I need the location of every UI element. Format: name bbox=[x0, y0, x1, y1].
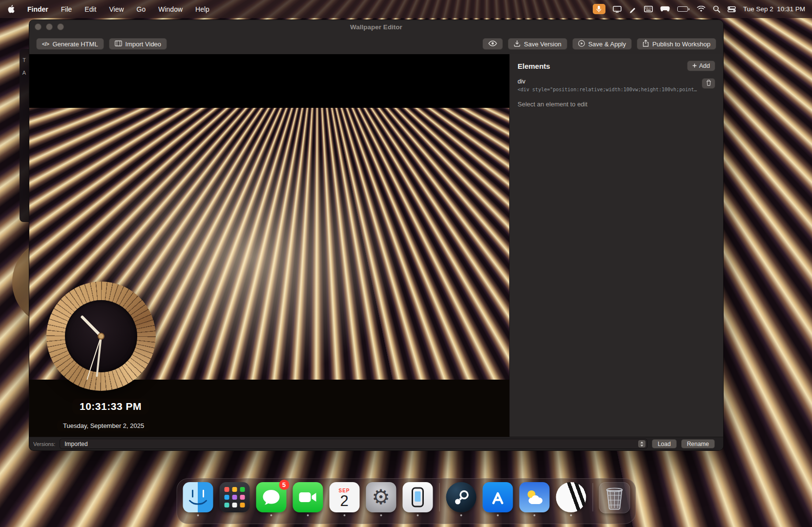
select-chevrons-icon bbox=[638, 440, 645, 447]
display-icon[interactable] bbox=[613, 6, 622, 13]
dock-item-launchpad[interactable] bbox=[219, 482, 250, 516]
dock-item-finder[interactable] bbox=[183, 482, 213, 516]
load-button[interactable]: Load bbox=[652, 439, 677, 448]
running-indicator bbox=[380, 514, 382, 516]
toolbar: </> Generate HTML Import Video Save Vers… bbox=[29, 34, 723, 54]
running-indicator bbox=[270, 514, 272, 516]
search-icon[interactable] bbox=[713, 5, 720, 13]
dock-item-iphone-mirroring[interactable] bbox=[402, 482, 433, 516]
weather-icon bbox=[519, 482, 549, 512]
panel-hint: Select an element to edit bbox=[518, 101, 715, 108]
background-window-edge: T A bbox=[20, 49, 29, 222]
code-icon: </> bbox=[42, 41, 49, 47]
running-indicator bbox=[570, 514, 572, 516]
keyboard-icon[interactable] bbox=[644, 6, 653, 12]
microphone-status-icon[interactable] bbox=[593, 4, 605, 14]
menubar-clock[interactable]: Tue Sep 2 10:31 PM bbox=[743, 5, 805, 13]
facetime-icon bbox=[292, 482, 323, 512]
generate-html-button[interactable]: </> Generate HTML bbox=[36, 38, 104, 50]
rename-button[interactable]: Rename bbox=[681, 439, 715, 448]
add-element-button[interactable]: Add bbox=[687, 61, 715, 71]
dock-item-trash[interactable] bbox=[599, 482, 629, 517]
dock-item-app-store[interactable] bbox=[482, 482, 513, 516]
game-controller-icon[interactable] bbox=[660, 6, 670, 12]
save-version-button[interactable]: Save Version bbox=[508, 38, 567, 50]
menu-window[interactable]: Window bbox=[158, 5, 183, 13]
wifi-icon[interactable] bbox=[697, 6, 706, 12]
menu-go[interactable]: Go bbox=[137, 5, 146, 13]
publish-workshop-button[interactable]: Publish to Workshop bbox=[637, 38, 716, 50]
element-list-item[interactable]: div <div style="position:relative;width:… bbox=[518, 78, 715, 93]
play-circle-icon bbox=[578, 40, 585, 48]
running-indicator bbox=[416, 514, 418, 516]
dock-item-settings[interactable]: ⚙ bbox=[366, 482, 396, 516]
background-window-letter: T bbox=[20, 54, 29, 66]
running-indicator bbox=[197, 514, 199, 516]
running-indicator bbox=[307, 514, 309, 516]
plus-icon bbox=[692, 62, 697, 69]
messages-badge: 5 bbox=[279, 480, 289, 490]
menu-view[interactable]: View bbox=[109, 5, 124, 13]
versions-selected-value: Imported bbox=[64, 441, 87, 447]
versions-label: Versions: bbox=[33, 441, 55, 447]
eye-icon bbox=[488, 41, 497, 48]
menu-help[interactable]: Help bbox=[195, 5, 209, 13]
wallpaper-editor-window: Wallpaper Editor </> Generate HTML Impor… bbox=[29, 20, 724, 451]
trash-basket-icon bbox=[599, 482, 630, 513]
element-code-snippet: <div style="position:relative;width:100v… bbox=[518, 86, 697, 93]
dock-item-messages[interactable]: 5 bbox=[256, 482, 286, 516]
share-icon bbox=[643, 40, 649, 48]
dock: 5 SEP 2 ⚙ bbox=[176, 478, 636, 524]
background-window-letter: A bbox=[20, 66, 29, 79]
delete-element-button[interactable] bbox=[702, 78, 715, 89]
settings-gear-icon: ⚙ bbox=[366, 482, 396, 512]
digital-date: Tuesday, September 2, 2025 bbox=[57, 420, 150, 431]
menu-bar: Finder File Edit View Go Window Help bbox=[0, 0, 812, 18]
calendar-icon: SEP 2 bbox=[329, 482, 359, 512]
dock-item-wallpaper-engine[interactable] bbox=[556, 482, 586, 516]
app-store-icon bbox=[482, 482, 513, 512]
element-tag: div bbox=[518, 78, 715, 85]
title-bar[interactable]: Wallpaper Editor bbox=[29, 20, 723, 34]
steam-icon bbox=[446, 482, 476, 512]
save-icon bbox=[514, 40, 521, 48]
preview-eye-button[interactable] bbox=[482, 38, 503, 50]
dock-separator bbox=[439, 483, 439, 511]
launchpad-icon bbox=[219, 482, 250, 512]
messages-icon: 5 bbox=[256, 482, 286, 512]
finder-icon bbox=[183, 482, 213, 512]
dock-item-calendar[interactable]: SEP 2 bbox=[329, 482, 359, 516]
dock-separator bbox=[592, 483, 593, 511]
running-indicator bbox=[460, 514, 462, 516]
running-indicator bbox=[343, 514, 345, 516]
dock-item-weather[interactable] bbox=[519, 482, 549, 516]
save-apply-button[interactable]: Save & Apply bbox=[572, 38, 632, 50]
apple-icon[interactable] bbox=[8, 5, 15, 13]
control-center-icon[interactable] bbox=[728, 6, 736, 12]
iphone-icon bbox=[402, 482, 433, 512]
running-indicator bbox=[497, 514, 499, 516]
calendar-day: 2 bbox=[340, 493, 348, 509]
film-icon bbox=[115, 41, 122, 48]
dock-item-steam[interactable] bbox=[446, 482, 476, 516]
clock-center-cap bbox=[98, 333, 104, 340]
battery-icon[interactable] bbox=[677, 6, 689, 12]
elements-panel: Elements Add div <div style="position:re… bbox=[509, 54, 723, 437]
running-indicator bbox=[533, 514, 535, 516]
analog-clock-widget bbox=[46, 282, 156, 391]
menu-file[interactable]: File bbox=[61, 5, 72, 13]
pen-icon[interactable] bbox=[629, 5, 637, 13]
menu-edit[interactable]: Edit bbox=[84, 5, 96, 13]
versions-bar: Versions: Imported Load Rename bbox=[29, 437, 723, 450]
import-video-button[interactable]: Import Video bbox=[109, 38, 167, 50]
trash-icon bbox=[706, 80, 711, 87]
window-title: Wallpaper Editor bbox=[29, 23, 723, 31]
digital-time: 10:31:33 PM bbox=[72, 399, 149, 414]
elements-panel-title: Elements bbox=[518, 62, 550, 70]
wallpaper-engine-icon bbox=[556, 482, 586, 512]
dock-item-facetime[interactable] bbox=[292, 482, 323, 516]
menubar-app-name[interactable]: Finder bbox=[27, 5, 48, 13]
wallpaper-preview[interactable]: 10:31:33 PM Tuesday, September 2, 2025 bbox=[29, 54, 509, 437]
versions-select[interactable]: Imported bbox=[60, 439, 647, 449]
